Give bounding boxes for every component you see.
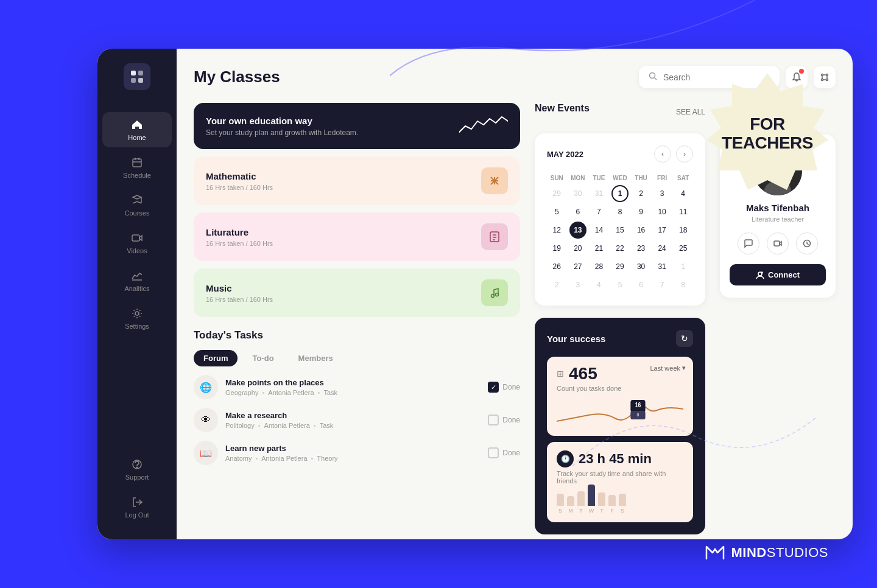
starburst-text: FOR TEACHERS <box>722 115 813 153</box>
cal-day[interactable]: 10 <box>653 203 671 220</box>
svg-rect-1 <box>138 71 143 75</box>
success-header: Your success ↻ <box>547 330 693 347</box>
cal-day[interactable]: 31 <box>653 258 671 275</box>
svg-rect-3 <box>138 78 143 83</box>
sidebar-item-analytics[interactable]: Analitics <box>102 263 172 298</box>
cal-day[interactable]: 3 <box>569 276 586 293</box>
class-card-mathematic[interactable]: Mathematic 16 Hrs taken / 160 Hrs <box>194 156 520 205</box>
cal-day[interactable]: 29 <box>548 185 565 202</box>
cal-day[interactable]: 17 <box>653 222 671 239</box>
checkbox-task2[interactable] <box>488 415 499 425</box>
cal-day[interactable]: 9 <box>633 203 650 220</box>
cal-day[interactable]: 24 <box>653 240 671 257</box>
cal-day[interactable]: 7 <box>590 203 607 220</box>
cal-day[interactable]: 3 <box>653 185 671 202</box>
tab-todo[interactable]: To-do <box>242 350 283 366</box>
checkbox-task1[interactable]: ✓ <box>488 382 499 393</box>
cal-day[interactable]: 27 <box>569 258 586 275</box>
sidebar-item-label-settings: Settings <box>125 323 149 330</box>
math-icon <box>481 167 508 194</box>
svg-point-11 <box>135 312 139 315</box>
see-all-button[interactable]: SEE ALL <box>676 108 705 116</box>
cal-day[interactable]: 4 <box>590 276 607 293</box>
cal-day-13-today[interactable]: 13 <box>569 222 586 239</box>
task-meta-1: Geography • Antonia Petlera • Task <box>225 389 337 396</box>
sidebar-item-home[interactable]: Home <box>102 112 172 147</box>
bar-t1 <box>577 491 585 506</box>
tab-members[interactable]: Members <box>289 350 343 366</box>
class-card-featured[interactable]: Your own education way Set your study pl… <box>194 103 520 149</box>
cal-day[interactable]: 8 <box>611 203 629 220</box>
cal-day[interactable]: 5 <box>548 203 565 220</box>
cal-day[interactable]: 16 <box>633 222 650 239</box>
cal-day[interactable]: 8 <box>675 276 692 293</box>
bar-col-f: F <box>608 495 616 514</box>
time-button[interactable] <box>796 233 818 254</box>
cal-day[interactable]: 5 <box>611 276 629 293</box>
cal-day[interactable]: 11 <box>675 203 692 220</box>
time-value: 🕐 23 h 45 min <box>557 450 683 467</box>
refresh-button[interactable]: ↻ <box>676 330 693 347</box>
time-description: Track your study time and share with fri… <box>557 470 683 485</box>
cal-day[interactable]: 19 <box>548 240 565 257</box>
cal-day[interactable]: 23 <box>633 240 650 257</box>
class-card-music[interactable]: Music 16 Hrs taken / 160 Hrs <box>194 268 520 317</box>
cal-day[interactable]: 25 <box>675 240 692 257</box>
cal-day[interactable]: 6 <box>633 276 650 293</box>
mindstudios-logo-icon <box>704 542 726 564</box>
cal-day[interactable]: 22 <box>611 240 629 257</box>
cal-day[interactable]: 6 <box>569 203 586 220</box>
literature-icon <box>481 223 508 250</box>
cal-day[interactable]: 26 <box>548 258 565 275</box>
page-title: My Classes <box>194 68 280 86</box>
video-button[interactable] <box>767 233 789 254</box>
class-info-mathematic: Mathematic 16 Hrs taken / 160 Hrs <box>206 171 273 191</box>
class-card-literature[interactable]: Liturature 16 Hrs taken / 160 Hrs <box>194 212 520 261</box>
sidebar-item-logout[interactable]: Log Out <box>102 489 172 525</box>
stat-period[interactable]: Last week ▾ <box>650 364 686 372</box>
connect-button[interactable]: Connect <box>730 264 826 285</box>
tab-forum[interactable]: Forum <box>194 350 238 366</box>
cal-day[interactable]: 14 <box>590 222 607 239</box>
cal-day[interactable]: 15 <box>611 222 629 239</box>
cal-day[interactable]: 4 <box>675 185 692 202</box>
sidebar-item-courses[interactable]: Courses <box>102 187 172 223</box>
task-item-3: 📖 Learn new parts Anatomy • Antonia Petl… <box>194 441 520 465</box>
bar-label-t2: T <box>600 508 604 514</box>
cal-day-1[interactable]: 1 <box>611 185 629 202</box>
cal-day[interactable]: 2 <box>633 185 650 202</box>
cal-day[interactable]: 2 <box>548 276 565 293</box>
cal-day[interactable]: 7 <box>653 276 671 293</box>
cal-day[interactable]: 20 <box>569 240 586 257</box>
message-button[interactable] <box>738 233 759 254</box>
svg-rect-9 <box>132 235 139 241</box>
cal-day[interactable]: 21 <box>590 240 607 257</box>
sidebar-item-settings[interactable]: Settings <box>102 301 172 336</box>
sidebar-item-schedule[interactable]: Schedule <box>102 150 172 185</box>
task-item-1: 🌐 Make points on the places Geography • … <box>194 375 520 399</box>
music-icon <box>481 279 508 306</box>
task-done-2: Done <box>488 415 520 425</box>
teacher-role: Literature teacher <box>730 215 826 223</box>
sidebar-item-support[interactable]: Support <box>102 452 172 487</box>
tasks-header: Today's Tasks <box>194 329 520 341</box>
stat-top-row: ⊞ 465 Count you tasks done Last week ▾ <box>557 365 683 392</box>
calendar-next-button[interactable]: › <box>676 145 693 163</box>
cal-day[interactable]: 31 <box>590 185 607 202</box>
cal-day[interactable]: 28 <box>590 258 607 275</box>
calendar-header: MAY 2022 ‹ › <box>547 145 693 163</box>
calendar-month: MAY 2022 <box>547 150 583 159</box>
task-icon-anatomy: 📖 <box>194 441 218 465</box>
cal-day[interactable]: 30 <box>633 258 650 275</box>
cal-day[interactable]: 1 <box>675 258 692 275</box>
sidebar-nav: Home Schedule <box>97 112 177 452</box>
calendar-prev-button[interactable]: ‹ <box>654 145 671 163</box>
sidebar-item-videos[interactable]: Videos <box>102 225 172 261</box>
cal-day[interactable]: 29 <box>611 258 629 275</box>
cal-day[interactable]: 18 <box>675 222 692 239</box>
bar-s1 <box>557 494 564 506</box>
cal-day[interactable]: 12 <box>548 222 565 239</box>
calendar-grid: SUN MON TUE WED THU FRI SAT 29 30 31 1 2… <box>547 172 693 293</box>
cal-day[interactable]: 30 <box>569 185 586 202</box>
checkbox-task3[interactable] <box>488 447 499 458</box>
